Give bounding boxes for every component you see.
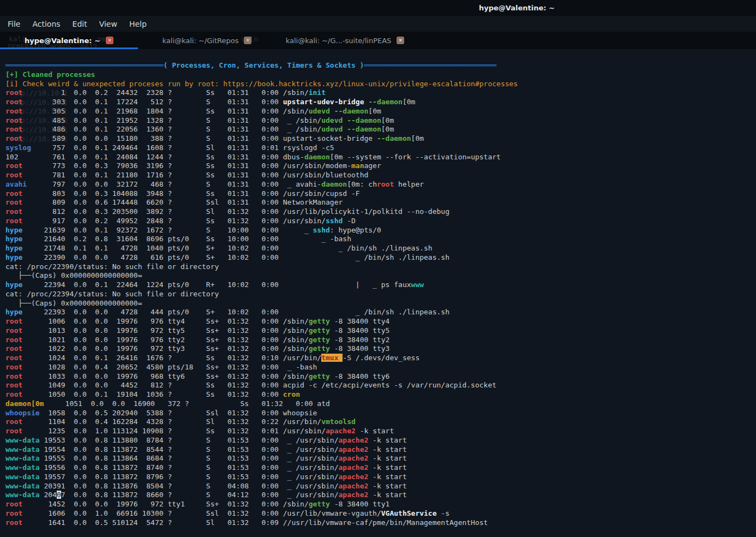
- window-titlebar[interactable]: hype@Valentine: ~: [0, 0, 756, 16]
- tab-label: hype@Valentine: ~: [25, 37, 100, 45]
- terminal-text-segment: udevd: [309, 107, 330, 115]
- terminal-text-segment: /sbin/: [283, 107, 309, 115]
- terminal-text-segment: 20391 0.0 0.8 113876 8504 ? S 04:08 0:00: [40, 482, 283, 490]
- menu-item-edit[interactable]: Edit: [73, 20, 87, 28]
- terminal-text-segment: -8 38400 tty4: [330, 317, 390, 325]
- menu-item-actions[interactable]: Actions: [32, 20, 60, 28]
- terminal-text-segment: _ /usr/sbin/: [283, 482, 339, 490]
- terminal-text-segment: apache2: [339, 491, 369, 499]
- terminal-text-segment: root: [5, 125, 22, 133]
- terminal-text-segment: -k start: [368, 473, 406, 481]
- terminal-text-segment: avahi: [5, 180, 27, 188]
- terminal-text-segment: ├──(Caps) 0x0000000000000000=: [5, 271, 142, 279]
- terminal-text-segment: ager: [364, 162, 381, 170]
- terminal-text-segment: 485 0.0 0.1 21952 1328 ? S 01:31 0:00: [22, 116, 283, 124]
- terminal-text-segment: 303 0.0 0.1 17224 512 ? S 01:31 0:00: [22, 98, 283, 106]
- terminal-text-segment: atd: [317, 399, 329, 408]
- terminal-text-segment: 1606 0.0 1.0 66916 10300 ? Ssl 01:32 0:0…: [22, 509, 283, 517]
- terminal-text-segment: cron: [283, 390, 300, 398]
- terminal-text-segment: 812 0.0 0.3 203500 3892 ? Sl 01:32 0:00: [22, 207, 283, 216]
- terminal-text-segment: udevd: [321, 116, 343, 124]
- terminal-text-segment: www-data: [5, 436, 40, 444]
- terminal-text-segment: 809 0.0 0.6 174448 6620 ? Ssl 01:31 0:00: [22, 198, 283, 206]
- terminal-text-segment: root: [5, 518, 22, 527]
- terminal-text-segment: 21639 0.0 0.1 92372 1672 ? S 10:00 0:00: [22, 226, 283, 234]
- terminal-text-segment: ═════════════════════════════════════: [5, 61, 164, 69]
- terminal-text-segment: 1028 0.0 0.4 20652 4580 pts/18 Ss+ 01:32…: [22, 363, 283, 371]
- terminal-line: root 1 0.0 0.2 24432 2328 ? Ss 01:31 0:0…: [5, 88, 756, 98]
- terminal-text-segment: -k start: [368, 445, 406, 454]
- menu-item-help[interactable]: Help: [129, 20, 147, 28]
- terminal-text-segment: [+] Cleaned processes: [5, 70, 95, 79]
- terminal-text-segment: 1051 0.0 0.0 16900 372 ? Ss 01:32 0:00: [44, 399, 317, 408]
- terminal-line: root 781 0.0 0.1 21180 1716 ? Ss 01:31 0…: [5, 171, 756, 180]
- terminal-line: cat: /proc/22390/status: No such file or…: [5, 262, 756, 272]
- terminal-text-segment: 1033 0.0 0.0 19976 968 tty6 Ss+ 01:32 0:…: [22, 372, 283, 380]
- terminal-text-segment: 797 0.0 0.0 32172 468 ? S 01:31 0:00: [27, 180, 283, 188]
- terminal-text-segment: [i] Check weird & unexpected proceses ru…: [5, 80, 518, 88]
- terminal-text-segment: /usr/bin/: [283, 354, 321, 362]
- terminal-line: hype 22393 0.0 0.0 4728 444 pts/0 S+ 10:…: [5, 308, 756, 317]
- tab-2[interactable]: kali@kali: ~/GitRepos✕: [138, 32, 276, 49]
- terminal-text-segment: whoopsie: [5, 409, 40, 417]
- terminal-text-segment: -8 38400 tty3: [330, 344, 390, 353]
- terminal-text-segment: /sbin/: [283, 88, 309, 97]
- terminal-text-segment: hype: [5, 281, 22, 289]
- terminal-line: root 1050 0.0 0.1 19104 1036 ? Ss 01:32 …: [5, 390, 756, 399]
- terminal[interactable]: ═════════════════════════════════════( P…: [0, 49, 756, 537]
- tab-3[interactable]: kali@kali: ~/G...-suite/linPEAS✕: [276, 32, 414, 49]
- terminal-text-segment: root: [5, 417, 22, 426]
- terminal-text-segment: 486 0.0 0.1 22056 1360 ? S 01:31 0:00: [22, 125, 283, 133]
- terminal-text-segment: root: [5, 162, 22, 170]
- terminal-text-segment: sshd: [326, 217, 343, 225]
- terminal-text-segment: /usr/lib/policykit-1/polkitd --no-debug: [283, 207, 449, 216]
- terminal-text-segment: man: [351, 162, 364, 170]
- terminal-text-segment: -D: [343, 217, 355, 225]
- terminal-text-segment: : hype@pts/0: [330, 226, 381, 234]
- terminal-text-segment: -s: [437, 509, 449, 517]
- terminal-text-segment: : ch: [360, 180, 377, 188]
- terminal-text-segment: init: [309, 88, 326, 97]
- menu-item-file[interactable]: File: [8, 20, 20, 28]
- tab-close-icon[interactable]: ✕: [397, 37, 404, 44]
- terminal-text-segment: 102: [5, 153, 18, 161]
- tab-close-icon[interactable]: ✕: [106, 37, 113, 44]
- terminal-line: root 1024 0.0 0.1 26416 1676 ? Ss 01:32 …: [5, 354, 756, 363]
- terminal-text-segment: apache2: [339, 454, 369, 462]
- terminal-line: root 1641 0.0 0.5 510124 5472 ? Sl 01:32…: [5, 518, 756, 528]
- tab-label: kali@kali: ~/GitRepos: [163, 37, 239, 45]
- terminal-line: cat: /proc/22394/status: No such file or…: [5, 290, 756, 299]
- terminal-text-segment: 757 0.0 0.1 249464 1608 ? Sl 01:31 0:01: [31, 144, 283, 152]
- terminal-text-segment: [330, 107, 334, 115]
- terminal-text-segment: www-data: [5, 463, 40, 472]
- terminal-text-segment: _ /bin/sh ./linpeas.sh: [283, 253, 449, 261]
- terminal-line: hype 21639 0.0 0.1 92372 1672 ? S 10:00 …: [5, 226, 756, 235]
- terminal-text-segment: getty: [309, 317, 330, 325]
- terminal-text-segment: [0m: [368, 107, 381, 115]
- terminal-text-segment: apache2: [339, 436, 369, 444]
- terminal-text-segment: 19553 0.0 0.8 113880 8784 ? S 01:53 0:00: [40, 436, 283, 444]
- menu-item-view[interactable]: View: [99, 20, 117, 28]
- terminal-text-segment: root: [5, 354, 22, 362]
- terminal-text-segment: getty: [309, 344, 330, 353]
- terminal-text-segment: /usr/sbin/bluetoothd: [283, 171, 369, 179]
- terminal-text-segment: acpid -c /etc/acpi/events -s /var/run/ac…: [283, 381, 496, 389]
- tab-1[interactable]: hype@Valentine: ~✕: [0, 32, 138, 49]
- terminal-text-segment: 1058 0.0 0.5 202940 5388 ? Ssl 01:32 0:0…: [40, 409, 283, 417]
- terminal-text-segment: upstart-udev-bridge: [283, 98, 369, 106]
- terminal-text-segment: 19554 0.0 0.8 113872 8544 ? S 01:53 0:00: [40, 445, 283, 454]
- terminal-text-segment: --daemon: [347, 125, 381, 133]
- terminal-line: root 773 0.0 0.3 79036 3196 ? Ss 01:31 0…: [5, 162, 756, 171]
- terminal-text-segment: /usr/sbin/cupsd -F: [283, 189, 360, 198]
- terminal-text-segment: _ -bash: [283, 235, 351, 243]
- terminal-line: www-data 19556 0.0 0.8 113872 8740 ? S 0…: [5, 463, 756, 473]
- tab-close-icon[interactable]: ✕: [244, 37, 251, 44]
- terminal-line: root 1022 0.0 0.0 19976 972 tty3 Ss+ 01:…: [5, 344, 756, 354]
- terminal-text-segment: -k start: [368, 463, 406, 472]
- terminal-text-segment: /usr/sbin/modem-: [283, 162, 351, 170]
- terminal-text-segment: 19557 0.0 0.8 113872 8796 ? S 01:53 0:00: [40, 473, 283, 481]
- terminal-text-segment: hype: [5, 226, 22, 234]
- terminal-text-segment: 803 0.0 0.3 104088 3948 ? Ss 01:31 0:00: [22, 189, 283, 198]
- terminal-line: ═════════════════════════════════════( P…: [5, 61, 756, 70]
- terminal-line: www-data 20407 0.0 0.8 113872 8660 ? S 0…: [5, 491, 756, 500]
